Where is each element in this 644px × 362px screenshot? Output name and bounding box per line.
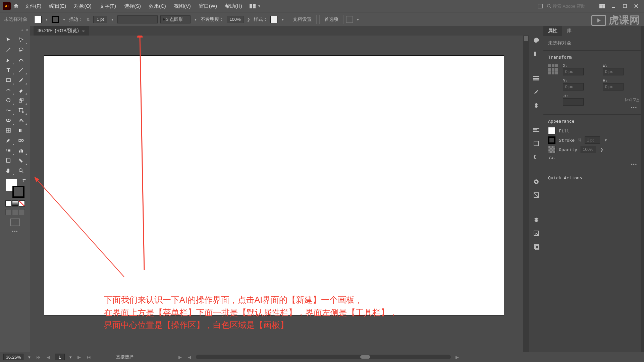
artboard[interactable]: [44, 56, 504, 315]
align-panel-icon[interactable]: [532, 126, 540, 134]
stroke-weight-dd-icon[interactable]: ▾: [603, 138, 608, 142]
style-dropdown-icon[interactable]: ▾: [280, 17, 285, 22]
screen-mode-button[interactable]: [10, 219, 20, 226]
selection-tool[interactable]: [2, 35, 15, 45]
direct-selection-tool[interactable]: [15, 35, 28, 45]
document-setup-button[interactable]: 文档设置: [288, 15, 317, 24]
zoom-tool[interactable]: [15, 166, 28, 176]
symbols-panel-icon[interactable]: [532, 101, 540, 109]
tab-libraries[interactable]: 库: [562, 26, 576, 36]
appearance-opacity-value[interactable]: 100%: [581, 146, 596, 153]
stroke-panel-icon[interactable]: [532, 74, 540, 82]
edit-toolbar-icon[interactable]: •••: [2, 229, 28, 234]
flip-horizontal-icon[interactable]: ▷◁: [625, 97, 631, 102]
type-tool[interactable]: [2, 65, 15, 75]
toolbar-close-icon[interactable]: ×: [26, 28, 28, 32]
menu-select[interactable]: 选择(S): [121, 1, 144, 11]
appearance-panel-icon[interactable]: [532, 178, 540, 186]
menu-effect[interactable]: 效果(C): [146, 1, 169, 11]
paintbrush-tool[interactable]: [15, 75, 28, 85]
free-transform-tool[interactable]: [15, 105, 28, 115]
chevron-down-icon[interactable]: ▾: [257, 4, 262, 8]
zoom-dropdown-icon[interactable]: ▾: [27, 355, 32, 359]
document-tab-close-icon[interactable]: ×: [82, 28, 85, 34]
layers-panel-icon[interactable]: [532, 216, 540, 224]
appearance-stroke-value[interactable]: 1 pt: [585, 136, 600, 144]
line-segment-tool[interactable]: [15, 65, 28, 75]
blend-tool[interactable]: [15, 135, 28, 145]
x-value[interactable]: 0 px: [563, 68, 584, 75]
artboards-panel-icon[interactable]: [532, 243, 540, 251]
menu-view[interactable]: 视图(V): [171, 1, 194, 11]
menu-edit[interactable]: 编辑(E): [46, 1, 69, 11]
minimize-icon[interactable]: [610, 2, 617, 10]
maximize-icon[interactable]: [621, 2, 629, 10]
eraser-tool[interactable]: [15, 85, 28, 95]
canvas-viewport[interactable]: 下面我们来认识一下AI的操作界面，点击AI界面的【新建】一个画板， 在界面上方是…: [30, 36, 529, 352]
menu-file[interactable]: 文件(F): [21, 1, 45, 11]
rotate-tool[interactable]: [2, 95, 15, 105]
flip-vertical-icon[interactable]: ▽△: [633, 97, 639, 102]
appearance-stroke-swatch[interactable]: [548, 136, 555, 144]
hscroll-left-icon[interactable]: ◀: [186, 355, 193, 360]
prev-artboard-icon[interactable]: ◀: [45, 355, 51, 360]
home-icon[interactable]: [12, 2, 20, 10]
y-value[interactable]: 0 px: [563, 83, 584, 90]
angle-value[interactable]: [563, 98, 584, 106]
document-tab[interactable]: 36.26% (RGB/预览) ×: [34, 26, 89, 36]
gradient-tool[interactable]: [15, 125, 28, 135]
vertical-scrollbar[interactable]: [523, 36, 529, 352]
swap-fill-stroke-icon[interactable]: ⇄: [22, 178, 26, 182]
stroke-swatch[interactable]: [52, 16, 59, 23]
pathfinder-panel-icon[interactable]: [532, 153, 540, 161]
opacity-dropdown-icon[interactable]: ❯: [246, 17, 251, 22]
reference-point-selector[interactable]: [548, 64, 558, 74]
workspace-switcher-icon[interactable]: [598, 2, 606, 10]
arrange-documents-icon[interactable]: ▾: [250, 4, 262, 8]
hscroll-right-icon[interactable]: ▶: [454, 355, 460, 360]
color-solid-icon[interactable]: [5, 200, 11, 206]
shape-builder-tool[interactable]: [2, 115, 15, 125]
asset-export-panel-icon[interactable]: [532, 229, 540, 237]
w-value[interactable]: 0 px: [603, 68, 624, 75]
menu-type[interactable]: 文字(T): [96, 1, 119, 11]
fx-button[interactable]: fx.: [548, 155, 556, 160]
pen-tool[interactable]: [2, 55, 15, 65]
stroke-weight-dropdown-icon[interactable]: ▾: [110, 17, 115, 22]
transform-panel-icon[interactable]: [532, 139, 540, 147]
fill-dropdown-icon[interactable]: ▾: [44, 17, 49, 22]
color-panel-icon[interactable]: [532, 36, 540, 44]
magic-wand-tool[interactable]: [2, 45, 15, 55]
scale-tool[interactable]: [15, 95, 28, 105]
opacity-input[interactable]: [227, 16, 244, 23]
panel-scrollbar[interactable]: [641, 26, 644, 352]
color-none-icon[interactable]: [19, 200, 25, 206]
screen-mode-icon[interactable]: [537, 2, 544, 10]
h-value[interactable]: 0 px: [603, 83, 624, 90]
column-graph-tool[interactable]: [15, 145, 28, 156]
toolbar-collapse-icon[interactable]: «: [21, 28, 23, 32]
symbol-sprayer-tool[interactable]: [2, 145, 15, 156]
stroke-color-swatch[interactable]: [12, 186, 24, 198]
brushes-panel-icon[interactable]: [532, 88, 540, 96]
stroke-weight-stepper[interactable]: ⇅: [578, 138, 581, 142]
fill-stroke-swatches[interactable]: ⇄: [6, 179, 24, 198]
align-dropdown-icon[interactable]: ▾: [356, 17, 360, 22]
draw-normal-icon[interactable]: [5, 209, 11, 215]
artboard-tool[interactable]: [2, 156, 15, 166]
help-search[interactable]: [547, 4, 593, 9]
variable-width-profile[interactable]: [117, 15, 158, 23]
fill-swatch[interactable]: [34, 16, 42, 23]
artboard-dropdown-icon[interactable]: ▾: [68, 355, 73, 359]
draw-behind-icon[interactable]: [12, 209, 18, 215]
stroke-weight-stepper-icon[interactable]: ⇅: [86, 17, 91, 22]
artboard-number-input[interactable]: [55, 354, 65, 360]
search-input[interactable]: [553, 4, 593, 9]
status-play-icon[interactable]: ▶: [177, 355, 183, 360]
brush-definition[interactable]: 3 点圆形: [160, 15, 191, 23]
rectangle-tool[interactable]: [2, 75, 15, 85]
align-panel-icon[interactable]: [346, 16, 353, 23]
next-artboard-icon[interactable]: ▶: [76, 355, 82, 360]
menu-help[interactable]: 帮助(H): [222, 1, 246, 11]
appearance-more-icon[interactable]: •••: [548, 162, 639, 167]
